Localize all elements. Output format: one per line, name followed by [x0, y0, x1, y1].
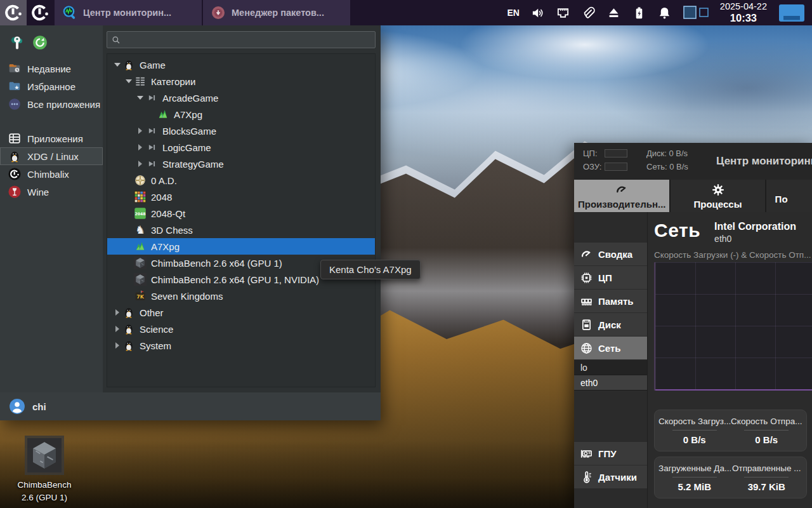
tree-row[interactable]: Game: [107, 57, 375, 73]
monitor-nav-label: Сеть: [598, 343, 621, 354]
tree-row[interactable]: LogicGame: [107, 139, 375, 156]
refresh-button[interactable]: [32, 34, 48, 51]
desktop-icon-label: ChimbaBench 2.6 (GPU 1): [13, 479, 76, 504]
expander-icon[interactable]: [112, 63, 122, 67]
stat-label: Загруженные Да...: [658, 464, 731, 473]
expander-icon[interactable]: [112, 342, 122, 349]
sidebar-item-all-apps[interactable]: Все приложения: [0, 95, 103, 113]
monitor-nav-label: Память: [598, 296, 634, 307]
tree-row[interactable]: StrategyGame: [107, 156, 375, 172]
show-desktop-button[interactable]: [778, 3, 806, 23]
sidebar-item-label: Wine: [27, 187, 49, 197]
workspace-pager[interactable]: [683, 4, 709, 22]
tab-processes[interactable]: Процессы: [671, 180, 765, 212]
tree-row-label: BlocksGame: [162, 126, 216, 137]
monitor-nav-sensors[interactable]: Датчики: [574, 465, 647, 488]
paperclip-icon[interactable]: [581, 6, 596, 20]
app-search-box[interactable]: [107, 31, 376, 48]
tree-row[interactable]: Категории: [107, 73, 375, 90]
expander-icon[interactable]: [112, 309, 122, 316]
stat-label: Скорость Отпра...: [731, 417, 803, 426]
monitor-nav-memory[interactable]: Память: [574, 290, 647, 312]
monitor-nav-cpu[interactable]: ЦП: [574, 266, 647, 289]
ram-icon: [580, 295, 593, 308]
sidebar-item-chimbalix[interactable]: Chimbalix: [0, 165, 103, 183]
tree-row[interactable]: 20482048-Qt: [107, 205, 375, 222]
wine-icon: [8, 185, 22, 199]
interface-item-eth0[interactable]: eth0: [574, 375, 647, 391]
monitor-nav-overview[interactable]: Сводка: [574, 243, 647, 265]
tree-row-label: A7Xpg: [151, 241, 180, 252]
expander-icon[interactable]: [112, 326, 122, 332]
tree-row[interactable]: Other: [107, 304, 375, 321]
settings-button[interactable]: [9, 34, 25, 51]
sidebar-item-favorites[interactable]: Избранное: [0, 77, 103, 95]
sidebar-item-xdg-linux[interactable]: XDG / Linux: [0, 147, 103, 165]
monitor-nav-disk[interactable]: Диск: [574, 313, 647, 336]
expander-icon[interactable]: [135, 96, 145, 100]
launcher-chimbalix-places[interactable]: [27, 0, 53, 25]
sidebar-item-wine[interactable]: Wine: [0, 183, 103, 201]
tree-row[interactable]: Science: [107, 321, 375, 337]
gauge-icon: [615, 183, 629, 197]
taskbar-window-monitoring-center[interactable]: Центр мониторин...: [55, 0, 202, 25]
ethernet-icon[interactable]: [556, 6, 570, 20]
sidebar-item-label: Избранное: [27, 81, 75, 92]
gpu-icon: [580, 447, 593, 460]
tray-icons: [530, 6, 672, 20]
launcher-chimbalix-launcher[interactable]: [0, 0, 27, 25]
interface-item-lo[interactable]: lo: [574, 360, 647, 375]
expander-icon[interactable]: [135, 128, 145, 134]
tree-row[interactable]: A7Xpg: [107, 238, 375, 255]
eject-icon[interactable]: [606, 6, 621, 20]
tree-row[interactable]: A7Xpg: [107, 106, 375, 123]
search-input[interactable]: [125, 35, 371, 45]
clock[interactable]: 2025-04-22 10:33: [720, 1, 767, 24]
monitor-nav-network[interactable]: Сеть: [574, 337, 647, 359]
monitor-tabs: Производительн...ПроцессыПо: [574, 180, 812, 212]
network-stat-card: Загруженные Да...5.2 MiBОтправленные ...…: [654, 457, 807, 498]
launcher-area: [0, 0, 53, 25]
tree-row-label: Seven Kingdoms: [151, 291, 223, 302]
g2048-icon: [134, 190, 147, 203]
sidebar-item-recent[interactable]: Недавние: [0, 60, 103, 77]
tab-users[interactable]: По: [766, 180, 812, 212]
tree-row[interactable]: BlocksGame: [107, 123, 375, 139]
expander-icon[interactable]: [124, 79, 134, 83]
user-bar[interactable]: chi: [0, 392, 381, 420]
tab-performance[interactable]: Производительн...: [574, 180, 669, 212]
tree-row[interactable]: 2048: [107, 189, 375, 205]
tree-row[interactable]: 0 A.D.: [107, 172, 375, 189]
chimbalix-logo-icon: [30, 3, 49, 22]
device-block: Intel Corporation eth0: [714, 220, 796, 244]
stat-value: 0 B/s: [658, 434, 731, 445]
monitor-nav-gpu[interactable]: ГПУ: [574, 442, 647, 465]
interface-label: eth0: [580, 378, 598, 388]
sidebar-item-applications[interactable]: Приложения: [0, 130, 103, 147]
interface-list: loeth0: [574, 360, 647, 391]
sevenk-icon: 7K: [134, 290, 147, 302]
taskbar-window-package-manager[interactable]: Менеджер пакетов...: [203, 0, 350, 25]
battery-icon[interactable]: [632, 6, 646, 20]
desktop-icon-chimbabench[interactable]: ChimbaBench 2.6 (GPU 1): [13, 436, 76, 504]
tree-row[interactable]: 7KSeven Kingdoms: [107, 288, 375, 304]
speaker-icon[interactable]: [530, 6, 545, 20]
sidebar-item-label: Все приложения: [27, 99, 100, 110]
chimbalix-logo-icon: [4, 3, 23, 22]
chess-icon: ♞: [134, 224, 147, 236]
top-panel: Центр мониторин...Менеджер пакетов... EN…: [0, 0, 812, 25]
stat-column: Скорость Отпра...0 B/s: [731, 417, 803, 445]
menu-tool-buttons: [0, 30, 103, 60]
tree-row[interactable]: ♞3D Chess: [107, 222, 375, 238]
expander-icon[interactable]: [135, 144, 145, 150]
expander-icon[interactable]: [135, 161, 145, 167]
tree-row-label: A7Xpg: [174, 109, 202, 120]
tree-row[interactable]: ArcadeGame: [107, 90, 375, 106]
gear-icon: [711, 183, 725, 197]
bell-icon[interactable]: [657, 6, 672, 20]
tree-row-label: 3D Chess: [151, 225, 193, 236]
stat-column: Скорость Загруз...0 B/s: [658, 417, 731, 445]
tree-row[interactable]: System: [107, 337, 375, 354]
tab-label: Процессы: [694, 199, 742, 210]
keyboard-layout-indicator[interactable]: EN: [507, 8, 519, 18]
